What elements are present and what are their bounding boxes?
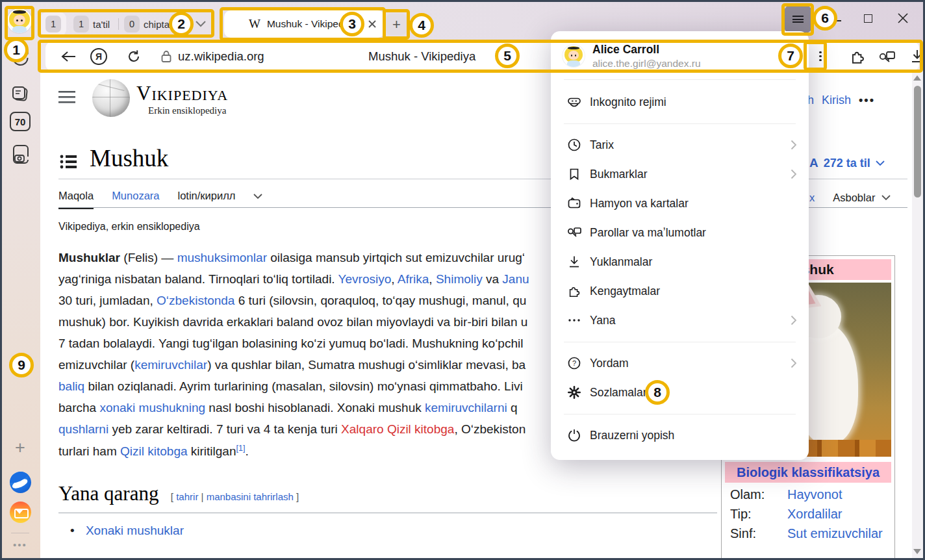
wiki-menu-button[interactable] — [58, 91, 75, 107]
menu-divider — [564, 342, 796, 342]
tools-menu-button[interactable]: x Asboblar — [809, 192, 891, 204]
site-subtitle: Vikipediya, erkin ensiklopediya — [58, 221, 200, 233]
new-tab-button[interactable]: + — [386, 14, 407, 35]
menu-item-downloads[interactable]: Yuklanmalar — [551, 248, 809, 276]
chevron-right-icon — [791, 140, 797, 150]
menu-item-passwords[interactable]: Parollar va maʼlumotlar — [551, 218, 809, 247]
scroll-down-arrow[interactable] — [913, 549, 921, 554]
menu-divider — [564, 79, 796, 80]
kebab-menu-icon — [819, 49, 821, 63]
maximize-button[interactable] — [861, 12, 874, 25]
menu-item-close-browser[interactable]: Brauzerni yopish — [551, 421, 809, 450]
sidebar-tab-counter[interactable]: 70 — [0, 112, 40, 131]
toolbar-more-button[interactable] — [811, 42, 830, 71]
plus-icon: + — [392, 16, 401, 33]
menu-item-settings[interactable]: Sozlamalar — [551, 378, 809, 407]
toc-list-icon — [60, 155, 77, 169]
login-link[interactable]: Kirish — [822, 94, 851, 107]
edit-source-link[interactable]: manbasini tahrirlash — [207, 491, 294, 502]
puzzle-icon — [849, 48, 866, 65]
tab-group-tatil[interactable]: 1 ta'til — [73, 16, 110, 32]
yandex-mail-logo — [10, 502, 31, 523]
sidebar-yandex-browser-button[interactable] — [0, 472, 40, 493]
paragraph-line: Mushuklar (Felis) — mushuksimonlar oilas… — [58, 251, 529, 272]
group-count-badge: 0 — [124, 16, 140, 32]
scrollbar-thumb[interactable] — [914, 86, 921, 197]
toc-button[interactable] — [60, 155, 77, 172]
tab-variant-selector[interactable]: lotin/кирилл — [178, 190, 236, 209]
infobox-row: Olam: Hayvonot — [725, 483, 891, 502]
wiki-tagline-logo: Erkin ensiklopediya — [148, 105, 226, 116]
back-button[interactable] — [56, 42, 82, 71]
tab-maqola[interactable]: Maqola — [58, 190, 94, 209]
power-icon — [566, 428, 582, 442]
sidebar-add-button[interactable]: + — [0, 438, 40, 458]
lang-icon-fragment: A — [809, 156, 818, 170]
wiki-wordmark[interactable]: Vikipediya — [136, 82, 228, 105]
downloads-button[interactable] — [906, 42, 925, 71]
tab-munozara[interactable]: Munozara — [112, 190, 159, 209]
sidebar-yandex-mail-button[interactable] — [0, 502, 40, 523]
reload-icon — [127, 49, 141, 64]
infobox-value-link[interactable]: Hayvonot — [787, 487, 843, 502]
screenshot-camera-icon — [9, 142, 31, 165]
infobox-value-link[interactable]: Sut emizuvchilar — [787, 526, 883, 541]
menu-item-more[interactable]: Yana — [551, 306, 809, 335]
page-title-text: Mushuk - Vikipediya — [368, 42, 475, 71]
menu-item-wallet[interactable]: Hamyon va kartalar — [551, 189, 809, 218]
incognito-mask-icon — [566, 95, 582, 109]
chevron-right-icon — [791, 169, 797, 179]
tab-groups-chevron-down-icon[interactable] — [195, 20, 207, 28]
passwords-button[interactable] — [874, 42, 900, 71]
chevron-down-icon[interactable] — [253, 194, 262, 199]
account-email: alice.the.girl@yandex.ru — [592, 58, 701, 70]
profile-avatar[interactable] — [7, 8, 32, 33]
close-button[interactable] — [896, 12, 909, 25]
chevron-down-icon — [881, 195, 891, 201]
menu-item-help[interactable]: ? Yordam — [551, 349, 809, 377]
infobox-value-link[interactable]: Xordalilar — [787, 507, 842, 522]
chevron-right-icon — [791, 358, 797, 368]
wallet-icon — [566, 196, 582, 210]
browser-menu-button[interactable] — [784, 5, 812, 33]
reload-button[interactable] — [121, 42, 147, 71]
group-separator — [118, 18, 119, 30]
yandex-browser-logo — [10, 472, 31, 493]
menu-item-extensions[interactable]: Kengaytmalar — [551, 277, 809, 305]
annotation-circle-8: 8 — [645, 380, 670, 405]
scroll-up-arrow[interactable] — [913, 75, 921, 81]
menu-item-history[interactable]: Tarix — [551, 131, 809, 159]
tab-group-count-badge: 1 — [45, 16, 61, 32]
lock-icon — [160, 50, 172, 63]
menu-divider — [564, 123, 796, 124]
sidebar-pages-button[interactable] — [0, 84, 40, 104]
account-row[interactable]: Alice Carroll alice.the.girl@yandex.ru — [551, 39, 809, 73]
menu-item-incognito[interactable]: Inkognito rejimi — [551, 88, 809, 116]
language-selector-button[interactable]: A 272 ta til — [809, 156, 885, 170]
tab-close-icon[interactable] — [368, 19, 377, 29]
annotation-circle-1: 1 — [4, 38, 29, 62]
more-options-dots[interactable]: ••• — [859, 94, 875, 107]
annotation-circle-7: 7 — [778, 44, 803, 68]
menu-item-bookmarks[interactable]: Bukmarklar — [551, 160, 809, 188]
yandex-search-button[interactable]: Я — [86, 42, 112, 71]
see-also-item-link[interactable]: Xonaki mushuklar — [86, 524, 184, 537]
edit-link[interactable]: tahrir — [176, 491, 198, 502]
annotation-circle-6: 6 — [813, 6, 837, 31]
infobox-row: Sinf: Sut emizuvchilar — [725, 522, 891, 541]
site-security-lock[interactable] — [157, 42, 175, 71]
sidebar-more-button[interactable]: ••• — [0, 539, 40, 550]
question-icon: ? — [566, 356, 582, 370]
annotation-circle-4: 4 — [409, 13, 434, 38]
pages-icon — [10, 84, 31, 104]
extensions-button[interactable] — [846, 42, 869, 71]
scrollbar[interactable] — [912, 71, 923, 558]
see-also-heading-row: Yana qarang [ tahrir | manbasini tahrirl… — [58, 482, 299, 505]
sidebar-screenshot-button[interactable] — [0, 142, 40, 165]
annotation-circle-2: 2 — [169, 12, 194, 36]
tab-group-chipta[interactable]: 0 chipta — [124, 16, 170, 32]
url-text[interactable]: uz.wikipedia.org — [178, 42, 264, 71]
active-tab-group[interactable]: 1 — [40, 12, 66, 36]
wikipedia-globe-logo[interactable] — [92, 79, 130, 117]
account-name: Alice Carroll — [592, 43, 701, 57]
